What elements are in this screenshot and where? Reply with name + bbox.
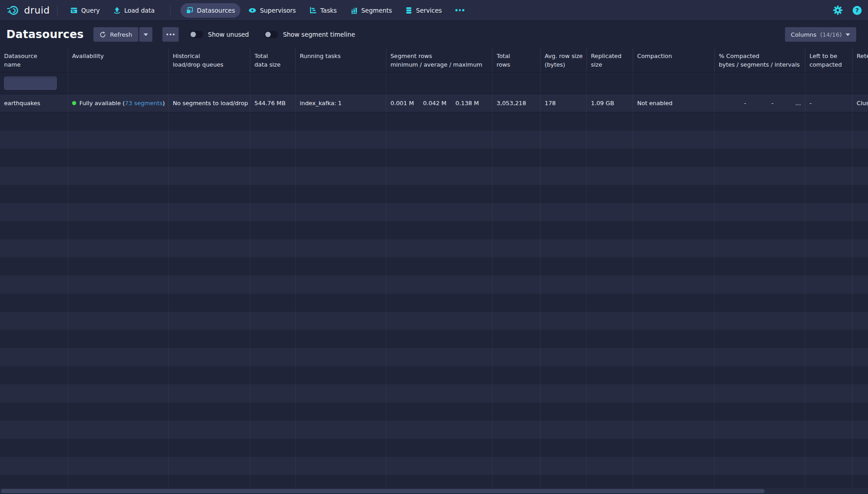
column-header-left-to-be-compacted[interactable]: Left to be compacted bbox=[805, 48, 853, 72]
cell-avg-row-size: 178 bbox=[541, 94, 587, 112]
segment-rows-avg: 0.042 M bbox=[423, 100, 456, 107]
empty-cell bbox=[633, 203, 715, 221]
nav-item-label: Datasources bbox=[197, 7, 235, 14]
column-header-retention[interactable]: Retention bbox=[853, 48, 868, 72]
empty-cell bbox=[296, 112, 386, 131]
column-header-segment-rows[interactable]: Segment rows minimum / average / maximum bbox=[386, 48, 493, 72]
empty-cell bbox=[169, 185, 250, 203]
column-header-pct-compacted[interactable]: % Compacted bytes / segments / intervals bbox=[715, 48, 805, 72]
empty-cell bbox=[0, 149, 68, 167]
empty-cell bbox=[805, 348, 853, 366]
empty-cell bbox=[493, 457, 541, 475]
header-line1: Segment rows bbox=[390, 52, 488, 61]
table-row-earthquakes: earthquakes Fully available (73 segments… bbox=[0, 94, 868, 112]
empty-cell bbox=[386, 239, 493, 257]
empty-cell bbox=[493, 294, 541, 312]
empty-cell bbox=[250, 457, 296, 475]
empty-cell bbox=[169, 348, 250, 366]
empty-cell bbox=[633, 457, 715, 475]
nav-item-label: Supervisors bbox=[260, 7, 296, 14]
empty-cell bbox=[169, 457, 250, 475]
nav-item-more[interactable] bbox=[450, 5, 470, 15]
more-actions-button[interactable] bbox=[162, 27, 179, 42]
empty-cell bbox=[715, 421, 805, 439]
empty-cell bbox=[169, 149, 250, 167]
empty-cell bbox=[853, 421, 868, 439]
empty-cell bbox=[541, 457, 587, 475]
show-segment-timeline-toggle[interactable] bbox=[264, 31, 278, 38]
datasource-name-filter-input[interactable] bbox=[4, 77, 57, 90]
refresh-interval-dropdown-button[interactable] bbox=[139, 27, 152, 42]
empty-cell bbox=[386, 348, 493, 366]
column-header-avg-row-size[interactable]: Avg. row size (bytes) bbox=[541, 48, 587, 72]
column-header-replicated-size[interactable]: Replicated size bbox=[587, 48, 633, 72]
column-header-compaction[interactable]: Compaction bbox=[633, 48, 715, 72]
empty-cell bbox=[541, 112, 587, 131]
settings-gear-icon[interactable] bbox=[833, 5, 843, 15]
chevron-down-icon bbox=[143, 33, 148, 36]
empty-cell bbox=[715, 131, 805, 149]
nav-item-datasources[interactable]: Datasources bbox=[180, 3, 240, 18]
empty-cell bbox=[587, 421, 633, 439]
empty-cell bbox=[853, 239, 868, 257]
empty-cell bbox=[805, 312, 853, 330]
column-header-total-rows[interactable]: Total rows bbox=[493, 48, 541, 72]
empty-cell bbox=[805, 384, 853, 402]
nav-item-load-data[interactable]: Load data bbox=[108, 3, 160, 18]
empty-cell bbox=[0, 384, 68, 402]
empty-cell bbox=[296, 457, 386, 475]
empty-cell bbox=[633, 221, 715, 239]
columns-selector-button[interactable]: Columns (14/16) bbox=[785, 27, 856, 42]
nav-item-tasks[interactable]: Tasks bbox=[304, 3, 342, 18]
toggle-knob bbox=[190, 32, 196, 37]
column-header-total-data-size[interactable]: Total data size bbox=[250, 48, 296, 72]
segments-count-link[interactable]: 73 segments bbox=[125, 100, 162, 107]
empty-cell bbox=[0, 348, 68, 366]
nav-item-segments[interactable]: Segments bbox=[345, 3, 398, 18]
nav-item-services[interactable]: Services bbox=[400, 3, 447, 18]
column-header-availability[interactable]: Availability bbox=[68, 48, 169, 72]
nav-item-supervisors[interactable]: Supervisors bbox=[243, 3, 301, 18]
empty-cell bbox=[250, 294, 296, 312]
empty-cell bbox=[296, 421, 386, 439]
empty-cell bbox=[587, 185, 633, 203]
empty-cell bbox=[805, 330, 853, 348]
empty-cell bbox=[633, 276, 715, 294]
empty-cell bbox=[853, 221, 868, 239]
empty-cell bbox=[493, 312, 541, 330]
empty-cell bbox=[386, 185, 493, 203]
column-header-running-tasks[interactable]: Running tasks bbox=[296, 48, 386, 72]
empty-cell bbox=[386, 149, 493, 167]
nav-item-query[interactable]: Query bbox=[65, 3, 105, 18]
empty-cell bbox=[493, 185, 541, 203]
horizontal-scrollbar-track[interactable] bbox=[0, 488, 868, 494]
brand-wordmark: druid bbox=[24, 5, 50, 16]
refresh-button[interactable]: Refresh bbox=[93, 27, 138, 42]
empty-cell bbox=[68, 257, 169, 276]
table-row-empty bbox=[0, 421, 868, 439]
header-line1: Replicated bbox=[591, 52, 629, 61]
empty-cell bbox=[0, 312, 68, 330]
help-icon[interactable]: ? bbox=[853, 6, 862, 15]
empty-cell bbox=[296, 276, 386, 294]
column-header-datasource-name[interactable]: Datasource name bbox=[0, 48, 68, 72]
empty-cell bbox=[493, 330, 541, 348]
empty-cell bbox=[169, 312, 250, 330]
segment-rows-min: 0.001 M bbox=[390, 100, 423, 107]
empty-cell bbox=[853, 457, 868, 475]
druid-logo[interactable]: druid bbox=[6, 4, 50, 17]
table-row-empty bbox=[0, 402, 868, 421]
table-row-empty bbox=[0, 203, 868, 221]
table-row-empty bbox=[0, 457, 868, 475]
empty-cell bbox=[296, 185, 386, 203]
horizontal-scrollbar-thumb[interactable] bbox=[1, 489, 765, 493]
toggle-knob bbox=[265, 32, 271, 37]
empty-cell bbox=[587, 203, 633, 221]
cell-compaction: Not enabled bbox=[633, 94, 715, 112]
column-header-historical-queues[interactable]: Historical load/drop queues bbox=[169, 48, 250, 72]
tasks-gantt-icon bbox=[309, 7, 317, 14]
filter-cell bbox=[633, 73, 715, 94]
empty-cell bbox=[715, 312, 805, 330]
header-line1: Avg. row size bbox=[545, 52, 582, 61]
show-unused-toggle[interactable] bbox=[190, 31, 203, 38]
